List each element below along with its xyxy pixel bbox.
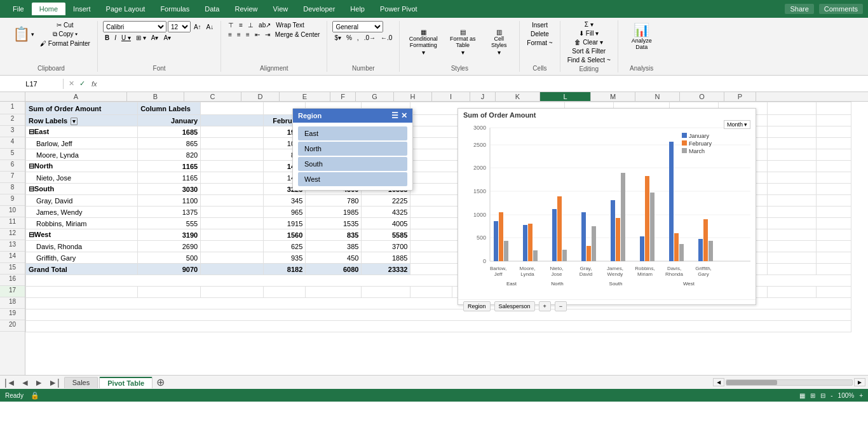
cut-button[interactable]: ✂ Cut [38, 21, 92, 29]
cell-e13[interactable]: 385 [306, 241, 362, 252]
col-header-e[interactable]: E [280, 92, 330, 101]
cell-o5[interactable] [767, 149, 816, 161]
cell-o3[interactable] [767, 126, 816, 138]
cell-f9[interactable]: 2225 [362, 195, 410, 207]
cell-o17[interactable] [767, 287, 816, 298]
cell-d11[interactable]: 1915 [264, 218, 306, 229]
cell-p5[interactable] [816, 149, 851, 161]
cell-o14[interactable] [767, 252, 816, 264]
cell-c17[interactable] [201, 287, 264, 298]
tab-help[interactable]: Help [342, 3, 372, 15]
align-top-button[interactable]: ⊤ [226, 21, 236, 29]
cell-styles-button[interactable]: ▥ Cell Styles ▾ [484, 27, 514, 58]
analyze-data-button[interactable]: 📊 Analyze Data [623, 21, 660, 52]
cell-b14[interactable]: 500 [138, 252, 201, 264]
cell-c2[interactable] [201, 115, 264, 126]
cell-b6[interactable]: 1165 [138, 161, 201, 172]
cell-p13[interactable] [816, 241, 851, 252]
cell-e12[interactable]: 835 [306, 229, 362, 241]
cell-p17[interactable] [816, 287, 851, 298]
paste-button[interactable]: 📋 ▾ [10, 25, 37, 44]
h-scrollbar-track[interactable] [726, 379, 853, 386]
zoom-out-button[interactable]: - [831, 392, 832, 399]
cell-c8[interactable] [201, 184, 264, 195]
border-button[interactable]: ⊞ ▾ [134, 34, 148, 42]
h-scrollbar-thumb[interactable] [726, 380, 777, 385]
cell-a1[interactable]: Sum of Order Amount [26, 102, 138, 115]
tab-prev-button[interactable]: ◄ [19, 377, 32, 388]
cell-b12[interactable]: 3190 [138, 229, 201, 241]
align-bottom-button[interactable]: ⊥ [246, 21, 255, 29]
cell-p1[interactable] [816, 102, 851, 115]
tab-formulas[interactable]: Formulas [153, 3, 197, 15]
cell-p2[interactable] [816, 115, 851, 126]
cell-a14[interactable]: Griffith, Gary [26, 252, 138, 264]
align-center-button[interactable]: ≡ [235, 31, 243, 39]
cell-e15[interactable]: 6080 [306, 264, 362, 275]
cell-o2[interactable] [767, 115, 816, 126]
cell-f17[interactable] [362, 287, 410, 298]
cell-o9[interactable] [767, 195, 816, 207]
cell-a15[interactable]: Grand Total [26, 264, 138, 275]
increase-indent-button[interactable]: ⇥ [263, 31, 272, 39]
chart-remove-field-button[interactable]: − [555, 301, 567, 311]
col-header-o[interactable]: O [680, 92, 724, 101]
cell-c13[interactable] [201, 241, 264, 252]
col-header-i[interactable]: I [432, 92, 470, 101]
cell-d14[interactable]: 935 [264, 252, 306, 264]
clear-button[interactable]: 🗑 Clear ▾ [566, 38, 613, 46]
confirm-formula-button[interactable]: ✓ [77, 79, 88, 88]
cell-o8[interactable] [767, 184, 816, 195]
slicer-item-south[interactable]: South [298, 157, 407, 171]
view-layout-button[interactable]: ⊞ [810, 392, 815, 399]
cell-b2[interactable]: January [138, 115, 201, 126]
slicer-item-east[interactable]: East [298, 126, 407, 140]
cell-p10[interactable] [816, 207, 851, 218]
cell-d15[interactable]: 8182 [264, 264, 306, 275]
formula-input[interactable] [104, 79, 868, 89]
tab-last-button[interactable]: ►| [46, 377, 62, 388]
cell-c15[interactable] [201, 264, 264, 275]
sort-filter-button[interactable]: Sort & Filter [566, 47, 613, 55]
cell-b11[interactable]: 555 [138, 218, 201, 229]
currency-button[interactable]: $▾ [332, 34, 343, 42]
delete-button[interactable]: Delete [525, 30, 554, 38]
col-header-n[interactable]: N [635, 92, 680, 101]
cell-c14[interactable] [201, 252, 264, 264]
cell-c4[interactable] [201, 138, 264, 149]
copy-button[interactable]: ⧉ Copy ▾ [38, 30, 92, 39]
view-normal-button[interactable]: ▦ [799, 392, 805, 399]
cell-e10[interactable]: 1985 [306, 207, 362, 218]
cell-d10[interactable]: 965 [264, 207, 306, 218]
cell-c11[interactable] [201, 218, 264, 229]
cell-b17[interactable] [138, 287, 201, 298]
share-button[interactable]: Share [785, 4, 813, 14]
cell-f14[interactable]: 1885 [362, 252, 410, 264]
tab-data[interactable]: Data [197, 3, 227, 15]
increase-decimal-button[interactable]: .0→ [362, 34, 377, 42]
col-header-c[interactable]: C [184, 92, 241, 101]
find-select-button[interactable]: Find & Select ~ [566, 56, 613, 64]
align-middle-button[interactable]: ≡ [237, 21, 245, 29]
cell-a2[interactable]: Row Labels ▾ [26, 115, 138, 126]
font-color-button[interactable]: A▾ [161, 34, 173, 42]
cell-c10[interactable] [201, 207, 264, 218]
cell-a4[interactable]: Barlow, Jeff [26, 138, 138, 149]
merge-center-button[interactable]: Merge & Center [273, 31, 322, 39]
cell-o6[interactable] [767, 161, 816, 172]
scroll-right-button[interactable]: ► [854, 378, 865, 386]
bold-button[interactable]: B [103, 34, 111, 42]
cell-a6[interactable]: ⊟North [26, 161, 138, 172]
col-header-f[interactable]: F [330, 92, 356, 101]
fill-color-button[interactable]: A▾ [149, 34, 161, 42]
conditional-formatting-button[interactable]: ▦ Conditional Formatting ▾ [405, 27, 442, 58]
cell-f12[interactable]: 5585 [362, 229, 410, 241]
chart-region-filter[interactable]: Region [463, 301, 491, 311]
add-sheet-button[interactable]: ⊕ [153, 376, 168, 388]
format-table-button[interactable]: ▤ Format as Table ▾ [444, 27, 481, 58]
comma-button[interactable]: , [355, 34, 361, 42]
cell-c6[interactable] [201, 161, 264, 172]
cell-p7[interactable] [816, 172, 851, 184]
cell-b4[interactable]: 865 [138, 138, 201, 149]
tab-insert[interactable]: Insert [65, 3, 98, 15]
